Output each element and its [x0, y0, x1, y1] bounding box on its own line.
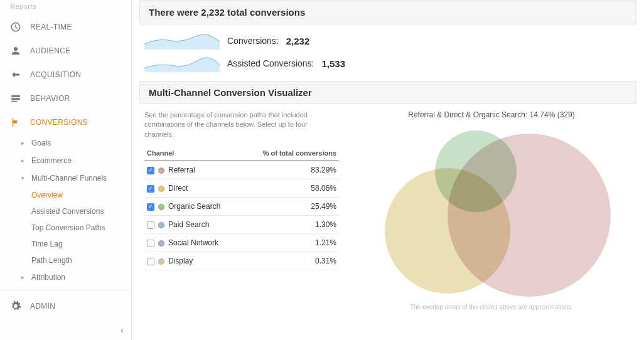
- nav-conversions[interactable]: CONVERSIONS: [0, 110, 131, 134]
- mcf-overview[interactable]: Overview: [0, 187, 131, 203]
- channel-color-dot: [158, 204, 164, 210]
- mcf-assisted[interactable]: Assisted Conversions: [0, 203, 131, 220]
- acquisition-icon: [10, 69, 21, 80]
- metric-conversions: Conversions: 2,232: [144, 32, 631, 50]
- nav-realtime[interactable]: REAL-TIME: [0, 15, 131, 39]
- venn-title: Referral & Direct & Organic Search: 14.7…: [352, 110, 631, 119]
- mcf-top-paths[interactable]: Top Conversion Paths: [0, 220, 131, 236]
- sidebar-collapse-handle[interactable]: ‹: [121, 325, 124, 335]
- metric-value: 1,533: [322, 58, 346, 69]
- sparkline-conversions: [144, 32, 220, 50]
- channel-row[interactable]: Organic Search25.49%: [144, 198, 339, 216]
- metrics-block: Conversions: 2,232 Assisted Conversions:…: [139, 29, 636, 81]
- channel-row[interactable]: Social Network1.21%: [144, 234, 339, 252]
- nav-label: ACQUISITION: [30, 70, 81, 79]
- chevron-right-icon: ▸: [21, 274, 28, 280]
- channel-checkbox[interactable]: [147, 221, 154, 229]
- channel-row[interactable]: Paid Search1.30%: [144, 216, 339, 234]
- main-content: There were 2,232 total conversions Conve…: [132, 0, 644, 340]
- divider: [0, 290, 131, 290]
- mcf-time-lag[interactable]: Time Lag: [0, 236, 131, 252]
- sub-goals[interactable]: ▸Goals: [0, 134, 131, 152]
- chevron-right-icon: ▸: [21, 157, 28, 164]
- person-icon: [10, 45, 21, 56]
- nav-label: CONVERSIONS: [30, 118, 88, 127]
- channel-color-dot: [158, 186, 164, 192]
- metric-label: Conversions:: [227, 36, 279, 46]
- channel-table: Channel % of total conversions Referral8…: [144, 146, 339, 270]
- nav-label: BEHAVIOR: [30, 94, 70, 103]
- channel-color-dot: [158, 258, 164, 265]
- channel-name: Display: [168, 257, 193, 265]
- channel-pct: 25.49%: [242, 198, 339, 216]
- sidebar: Reports REAL-TIME AUDIENCE ACQUISITION B…: [0, 0, 132, 340]
- channel-name: Direct: [168, 184, 188, 193]
- behavior-icon: [10, 93, 21, 104]
- channel-checkbox[interactable]: [147, 185, 154, 193]
- visualizer-header: Multi-Channel Conversion Visualizer: [139, 81, 636, 104]
- channel-pct: 0.31%: [242, 252, 339, 270]
- chevron-down-icon: ▾: [21, 175, 28, 181]
- metric-label: Assisted Conversions:: [227, 58, 314, 68]
- clock-icon: [10, 21, 21, 33]
- col-channel: Channel: [144, 146, 242, 161]
- sub-attribution[interactable]: ▸Attribution: [0, 268, 131, 286]
- sparkline-assisted: [144, 55, 220, 72]
- gear-icon: [10, 300, 21, 312]
- channel-color-dot: [158, 222, 164, 228]
- metric-value: 2,232: [286, 36, 310, 46]
- flag-icon: [10, 117, 21, 128]
- nav-acquisition[interactable]: ACQUISITION: [0, 63, 131, 87]
- nav-label: REAL-TIME: [30, 23, 72, 31]
- channel-pct: 1.21%: [242, 234, 339, 252]
- channel-row[interactable]: Display0.31%: [144, 252, 339, 270]
- channel-row[interactable]: Referral83.29%: [144, 161, 339, 179]
- nav-behavior[interactable]: BEHAVIOR: [0, 87, 131, 110]
- channel-row[interactable]: Direct58.06%: [144, 179, 339, 198]
- channel-pct: 83.29%: [242, 161, 339, 179]
- venn-circle-organic: [435, 130, 517, 212]
- nav-label: ADMIN: [30, 302, 55, 311]
- nav-label: AUDIENCE: [30, 46, 70, 55]
- sub-mcf[interactable]: ▾Multi-Channel Funnels: [0, 169, 131, 187]
- channel-color-dot: [158, 167, 164, 174]
- venn-diagram: [372, 124, 611, 300]
- reports-heading: Reports: [0, 0, 131, 15]
- channel-checkbox[interactable]: [147, 258, 154, 265]
- nav-admin[interactable]: ADMIN: [0, 294, 131, 318]
- channel-name: Organic Search: [168, 202, 220, 211]
- channel-checkbox[interactable]: [147, 167, 154, 174]
- visualizer-hint: See the percentage of conversion paths t…: [144, 110, 339, 139]
- nav-audience[interactable]: AUDIENCE: [0, 39, 131, 63]
- chevron-right-icon: ▸: [21, 140, 28, 146]
- channel-name: Paid Search: [168, 220, 209, 229]
- sub-ecommerce[interactable]: ▸Ecommerce: [0, 152, 131, 169]
- col-pct: % of total conversions: [242, 146, 339, 161]
- venn-footnote: The overlap areas of the circles above a…: [352, 304, 631, 311]
- summary-headline: There were 2,232 total conversions: [139, 0, 636, 24]
- channel-pct: 1.30%: [242, 216, 339, 234]
- channel-color-dot: [158, 240, 164, 247]
- channel-name: Social Network: [168, 238, 218, 247]
- channel-checkbox[interactable]: [147, 203, 154, 211]
- channel-panel: See the percentage of conversion paths t…: [144, 110, 339, 311]
- metric-assisted: Assisted Conversions: 1,533: [144, 55, 631, 72]
- venn-panel: Referral & Direct & Organic Search: 14.7…: [352, 110, 631, 311]
- channel-pct: 58.06%: [242, 179, 339, 198]
- mcf-path-length[interactable]: Path Length: [0, 252, 131, 268]
- channel-name: Referral: [168, 166, 195, 174]
- channel-checkbox[interactable]: [147, 240, 154, 247]
